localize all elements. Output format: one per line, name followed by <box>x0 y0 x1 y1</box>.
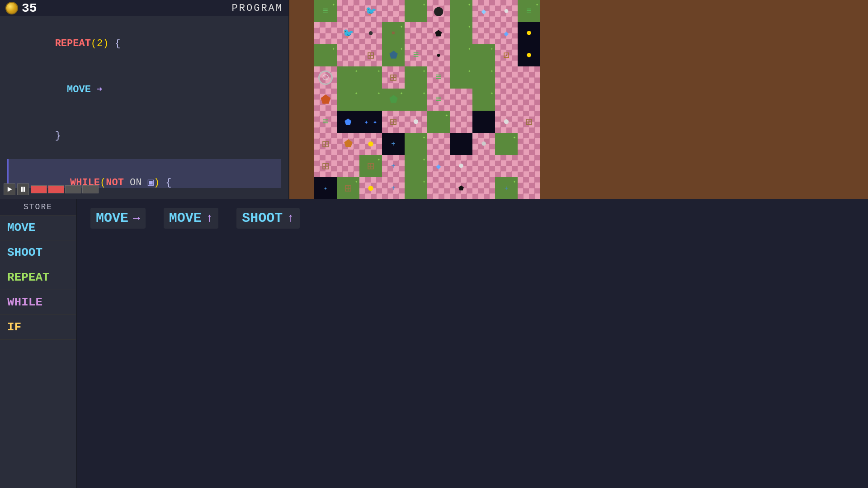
game-map: ≡ 🐦 ⬤ ◆ ● ≡ 🐦 <box>289 0 868 199</box>
cell-r7c10 <box>518 133 540 155</box>
svg-rect-2 <box>24 187 25 192</box>
cmd-move-right-arrow: → <box>133 211 140 225</box>
cell-r9c6 <box>427 177 450 199</box>
cell-r5c9 <box>495 89 518 111</box>
progress-bar <box>31 185 99 193</box>
code-area: REPEAT(2) { MOVE ➜ } WHILE(NOT ON ▣) { S… <box>0 16 288 188</box>
cell-r8c5 <box>405 155 427 177</box>
cell-r7c4: + <box>382 133 405 155</box>
cell-r8c3: ⊞ <box>359 155 382 177</box>
cell-r4c5 <box>405 66 427 89</box>
playback-bar <box>4 183 99 195</box>
coin-icon <box>5 2 18 14</box>
cell-r5c6: ≡ <box>427 89 450 111</box>
cell-r9c7: ⬟ <box>450 177 472 199</box>
cell-r7c1: ⊞ <box>314 133 337 155</box>
cell-r8c9 <box>495 155 518 177</box>
cell-r3c7 <box>450 44 472 66</box>
cell-r1c10: ≡ <box>518 0 540 22</box>
cell-r1c2 <box>337 0 359 22</box>
cell-r4c1: ○ <box>314 66 337 89</box>
cell-r2c2: 🐦 <box>337 22 359 44</box>
cell-r6c5: ● <box>405 111 427 133</box>
cell-r9c10 <box>518 177 540 199</box>
store-title: STORE <box>0 199 76 216</box>
bottom-section: STORE MOVE SHOOT REPEAT WHILE IF MOVE → … <box>0 199 868 488</box>
svg-marker-0 <box>8 187 12 192</box>
progress-segment-3 <box>65 185 81 193</box>
code-line-close1: } <box>7 113 281 159</box>
cell-r6c6 <box>427 111 450 133</box>
cell-r4c6: ≡ <box>427 66 450 89</box>
cell-r1c5 <box>405 0 427 22</box>
cell-r4c9 <box>495 66 518 89</box>
code-header: 35 PROGRAM <box>0 0 288 16</box>
cell-r2c9: ◆ <box>495 22 518 44</box>
cell-r5c8 <box>472 89 495 111</box>
cell-r6c9: ● <box>495 111 518 133</box>
cell-r4c4: ⊞ <box>382 66 405 89</box>
cell-r3c5: ≡ <box>405 44 427 66</box>
code-line-repeat[interactable]: REPEAT(2) { <box>7 21 281 67</box>
cell-r4c7 <box>450 66 472 89</box>
cell-r8c10 <box>518 155 540 177</box>
store-item-while[interactable]: WHILE <box>0 290 76 315</box>
cell-r3c4: ⬟ <box>382 44 405 66</box>
cell-r6c2: ⬟ <box>337 111 359 133</box>
cell-r4c2 <box>337 66 359 89</box>
cell-r3c3: ⊞ <box>359 44 382 66</box>
cell-r6c10: ⊞ <box>518 111 540 133</box>
cell-r8c1: ⊞ <box>314 155 337 177</box>
cell-r8c6: ◆ <box>427 155 450 177</box>
cell-r9c9: + <box>495 177 518 199</box>
dirt-border-right <box>843 0 868 199</box>
cell-r2c8 <box>472 22 495 44</box>
cell-r6c7 <box>450 111 472 133</box>
store-item-shoot[interactable]: SHOOT <box>0 240 76 265</box>
cell-r5c10 <box>518 89 540 111</box>
cell-r1c8: ◆ <box>472 0 495 22</box>
cell-r7c8: ● <box>472 133 495 155</box>
command-chip-move-up[interactable]: MOVE ↑ <box>164 208 219 229</box>
store-panel: STORE MOVE SHOOT REPEAT WHILE IF <box>0 199 77 488</box>
progress-segment-4 <box>82 185 99 193</box>
cell-r5c4: ⬟ <box>382 89 405 111</box>
map-grid: ≡ 🐦 ⬤ ◆ ● ≡ 🐦 <box>314 0 540 199</box>
command-chip-shoot-up[interactable]: SHOOT ↑ <box>236 208 300 229</box>
cell-r8c4: + <box>382 155 405 177</box>
cell-r6c8 <box>472 111 495 133</box>
cell-r9c4: + <box>382 177 405 199</box>
cell-r2c7 <box>450 22 472 44</box>
cell-r2c5 <box>405 22 427 44</box>
pause-button[interactable] <box>17 183 29 195</box>
command-chip-move-right[interactable]: MOVE → <box>90 208 146 229</box>
play-button[interactable] <box>4 183 15 195</box>
store-item-if[interactable]: IF <box>0 315 76 340</box>
cell-r7c3: ● <box>359 133 382 155</box>
cell-r7c6 <box>427 133 450 155</box>
cell-r9c8 <box>472 177 495 199</box>
cell-r7c9 <box>495 133 518 155</box>
cell-r9c2: ⊞ <box>337 177 359 199</box>
code-line-move-right[interactable]: MOVE ➜ <box>7 67 281 113</box>
cell-r5c2 <box>337 89 359 111</box>
store-item-move[interactable]: MOVE <box>0 216 76 240</box>
cell-r4c10 <box>518 66 540 89</box>
cell-r9c5 <box>405 177 427 199</box>
store-item-repeat[interactable]: REPEAT <box>0 265 76 290</box>
cell-r1c7 <box>450 0 472 22</box>
cell-r5c7 <box>450 89 472 111</box>
progress-segment-2 <box>48 185 64 193</box>
cell-r1c3: 🐦 <box>359 0 382 22</box>
cell-r3c9: ⊡ <box>495 44 518 66</box>
cell-r1c1: ≡ <box>314 0 337 22</box>
cell-r4c3 <box>359 66 382 89</box>
coin-count: 35 <box>22 1 37 15</box>
dirt-border-left <box>289 0 314 199</box>
cell-r9c3: ● <box>359 177 382 199</box>
cmd-move-up-label: MOVE <box>169 211 202 226</box>
cell-r3c8 <box>472 44 495 66</box>
coin-display: 35 <box>5 1 37 15</box>
code-panel: 35 PROGRAM REPEAT(2) { MOVE ➜ } WHILE(NO… <box>0 0 289 199</box>
cell-r5c1: ⬟ <box>314 89 337 111</box>
